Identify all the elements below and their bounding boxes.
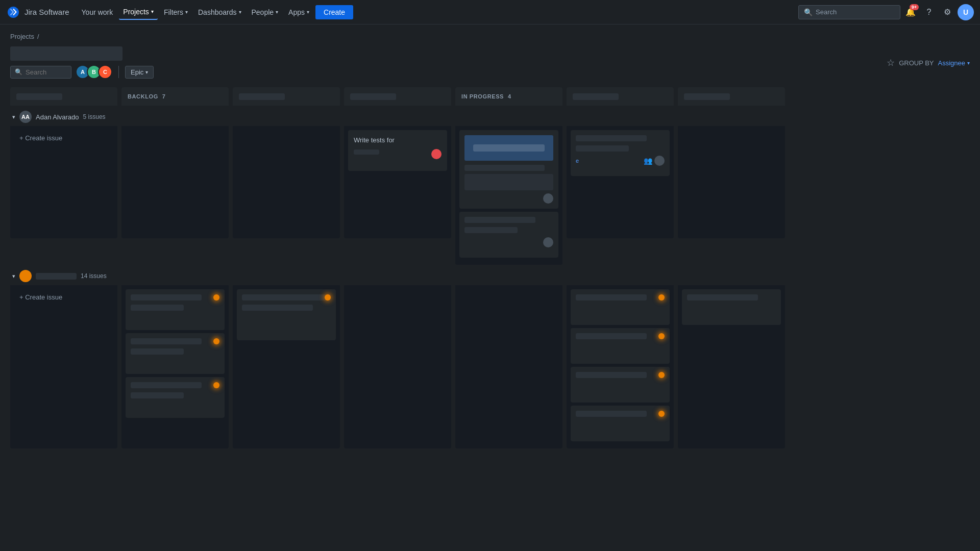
- app-logo[interactable]: Jira Software: [6, 5, 69, 19]
- help-icon: ?: [927, 8, 932, 17]
- g2-blur-3: [131, 338, 202, 344]
- card5-avatar: [654, 156, 665, 166]
- people-chevron-icon: ▾: [276, 9, 278, 15]
- group-2-cards: + Create issue: [10, 285, 785, 448]
- group-1-name: Adan Alvarado: [36, 113, 79, 121]
- g2-card-2[interactable]: [126, 333, 225, 374]
- group-1-row: ▾ AA Adan Alvarado 5 issues: [10, 106, 785, 126]
- group-1-col-5: e 👥: [567, 126, 674, 265]
- blur-b: [576, 145, 629, 152]
- toolbar-divider: [118, 66, 119, 78]
- card-write-tests[interactable]: Write tests for: [348, 130, 447, 171]
- toolbar-right: ☆ GROUP BY Assignee ▾: [887, 57, 970, 68]
- user-avatar[interactable]: U: [958, 4, 974, 20]
- col-2-label-blurred: [239, 93, 285, 100]
- col-6-label-blurred: [684, 93, 730, 100]
- g2-card-1[interactable]: [126, 289, 225, 330]
- inprogress-card-1[interactable]: [459, 130, 558, 209]
- people-icon: 👥: [644, 157, 652, 165]
- col-4-body: [455, 126, 562, 265]
- epic-chevron-icon: ▾: [145, 69, 148, 75]
- g2c6-b1: [687, 294, 758, 300]
- create-issue-button-1[interactable]: + Create issue: [14, 130, 113, 146]
- col-2: [233, 87, 340, 106]
- col-0-label-blurred: [16, 93, 62, 100]
- gear-icon: ⚙: [944, 7, 951, 17]
- groupby-chevron-icon: ▾: [967, 60, 970, 66]
- g2-col2-card-1[interactable]: [237, 289, 336, 340]
- col-2-body: [233, 126, 340, 238]
- settings-button[interactable]: ⚙: [939, 4, 955, 20]
- toolbar: 🔍 A B C Epic ▾ ☆ GROUP BY Assig: [10, 46, 970, 79]
- card-tag: [354, 149, 379, 155]
- nav-your-work[interactable]: Your work: [78, 5, 117, 19]
- col-0-body: + Create issue: [10, 126, 117, 238]
- group-2-name-blurred: [36, 273, 77, 280]
- create-issue-button-2[interactable]: + Create issue: [14, 289, 113, 305]
- breadcrumb-projects-link[interactable]: Projects: [10, 33, 34, 40]
- g2-col5-card-4[interactable]: [571, 406, 670, 441]
- main-content: Projects / 🔍 A B C Epic ▾: [0, 24, 980, 467]
- col-0-header: [10, 87, 117, 106]
- col-1-label: BACKLOG: [128, 93, 158, 99]
- col-1-count: 7: [162, 93, 166, 99]
- g2-col5-card-3[interactable]: [571, 367, 670, 403]
- group-1-chevron[interactable]: ▾: [12, 114, 15, 120]
- g2c5-b1: [576, 294, 647, 300]
- g2c5-b3: [576, 372, 647, 378]
- filter-avatar-3[interactable]: C: [98, 65, 112, 79]
- inprogress-card-2[interactable]: [459, 212, 558, 258]
- orange-dot-3: [213, 382, 219, 388]
- group-1-cards: + Create issue Write tests for: [10, 126, 785, 265]
- board-search[interactable]: 🔍: [10, 66, 71, 79]
- g2c5-dot-2: [658, 333, 665, 339]
- groupby-select[interactable]: Assignee ▾: [938, 59, 970, 67]
- help-button[interactable]: ?: [921, 4, 937, 20]
- g2-blur-5: [131, 382, 202, 388]
- blur-2: [464, 227, 518, 233]
- orange-dot-1: [213, 294, 219, 300]
- col-1-body: [121, 126, 229, 238]
- group-1-avatar: AA: [19, 111, 32, 123]
- g2c2-blur-1: [242, 294, 331, 300]
- project-title-blurred: [10, 46, 122, 61]
- main-navigation: Your work Projects ▾ Filters ▾ Dashboard…: [78, 5, 794, 20]
- search-bar[interactable]: 🔍 Search: [798, 5, 900, 19]
- g2-col6-card[interactable]: [682, 289, 781, 325]
- create-button[interactable]: Create: [315, 5, 353, 19]
- col-5-label-blurred: [573, 93, 619, 100]
- star-button[interactable]: ☆: [887, 57, 895, 68]
- epic-label: Epic: [131, 68, 143, 76]
- epic-filter[interactable]: Epic ▾: [125, 66, 154, 79]
- apps-chevron-icon: ▾: [307, 9, 309, 15]
- nav-apps[interactable]: Apps ▾: [284, 5, 313, 19]
- nav-filters[interactable]: Filters ▾: [160, 5, 192, 19]
- col-6: [678, 87, 785, 106]
- nav-projects[interactable]: Projects ▾: [119, 5, 158, 20]
- card5-footer: e 👥: [576, 156, 665, 166]
- group-2-chevron[interactable]: ▾: [12, 273, 15, 280]
- blur-1: [464, 217, 535, 223]
- col-1-header: BACKLOG 7: [121, 87, 229, 106]
- notifications-button[interactable]: 🔔 9+: [902, 4, 919, 20]
- g2c5-dot-1: [658, 294, 665, 300]
- group-1-col-1: [121, 126, 229, 265]
- card-write-tests-footer: [354, 149, 442, 159]
- g2-col5-card-2[interactable]: [571, 328, 670, 364]
- col-3-label-blurred: [350, 93, 396, 100]
- e-label: e: [576, 158, 579, 164]
- board-search-input[interactable]: [26, 68, 66, 76]
- card-avatar-grey-2: [543, 237, 553, 247]
- group-2-row: ▾ 14 issues: [10, 265, 785, 285]
- nav-people[interactable]: People ▾: [248, 5, 283, 19]
- g2-card-3[interactable]: [126, 377, 225, 418]
- col-3-body: Write tests for: [344, 126, 451, 238]
- card-image-area: [464, 135, 553, 161]
- card-write-tests-title: Write tests for: [354, 136, 442, 145]
- col-0: [10, 87, 117, 106]
- g2-col5-card-1[interactable]: [571, 289, 670, 325]
- col5-card[interactable]: e 👥: [571, 130, 670, 176]
- filters-chevron-icon: ▾: [185, 9, 188, 15]
- nav-dashboards[interactable]: Dashboards ▾: [194, 5, 246, 19]
- group-2-col-5: [567, 285, 674, 448]
